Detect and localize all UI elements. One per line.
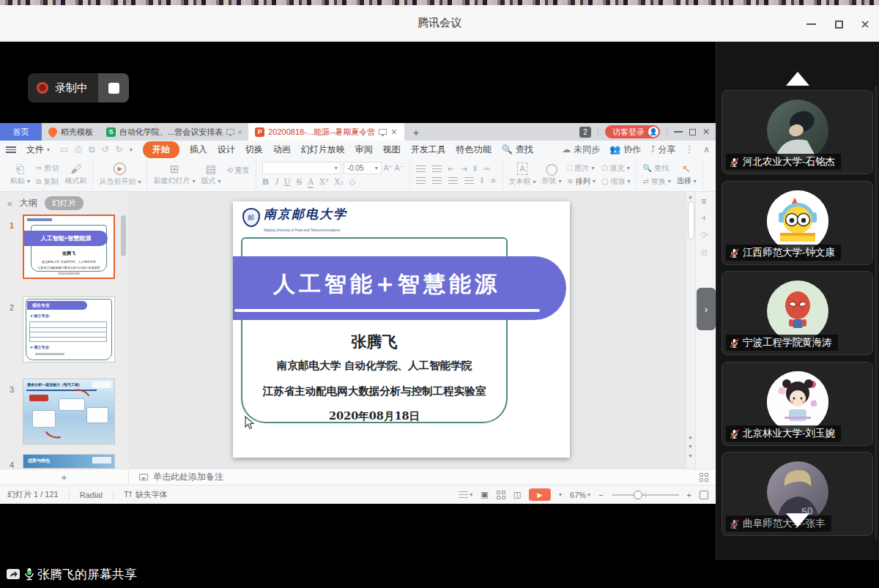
- notes-input[interactable]: 单击此处添加备注: [129, 471, 223, 483]
- format-painter-button[interactable]: 🖌格式刷: [64, 163, 86, 186]
- zoom-level[interactable]: 67%▾: [570, 491, 590, 499]
- maximize-button[interactable]: [828, 17, 850, 31]
- bold-button[interactable]: B: [262, 177, 269, 188]
- collapse-panel-icon[interactable]: «: [7, 198, 12, 209]
- file-menu[interactable]: 文件▾: [26, 144, 50, 156]
- ribbon-tab-start[interactable]: 开始: [143, 141, 179, 158]
- align-right-icon[interactable]: [448, 177, 458, 184]
- save-icon[interactable]: ▭: [60, 144, 68, 155]
- bullet-list-icon[interactable]: [416, 165, 426, 172]
- expand-drawer-button[interactable]: ›: [697, 288, 716, 330]
- normal-view-icon[interactable]: ▣: [481, 490, 488, 499]
- play-from-current-button[interactable]: ▶从当前开始▾: [99, 163, 141, 187]
- ribbon-tab-review[interactable]: 审阅: [355, 144, 373, 156]
- notes-toggle-icon[interactable]: ▾: [459, 491, 472, 498]
- ribbon-tab-view[interactable]: 视图: [383, 144, 401, 156]
- collaborate-button[interactable]: 👥协作: [609, 144, 641, 156]
- shrink-font-button[interactable]: A⁻: [395, 164, 404, 172]
- collapse-ribbon-icon[interactable]: ∧: [703, 144, 710, 155]
- find-menu[interactable]: 🔍查找: [502, 144, 533, 156]
- more-menu-icon[interactable]: ⋮: [685, 144, 694, 155]
- participants-scrollbar[interactable]: [875, 86, 878, 540]
- next-slide-icon[interactable]: ▼: [688, 444, 693, 449]
- play-options-icon[interactable]: ▾: [559, 491, 562, 498]
- font-spacing-combo[interactable]: -0.05▾: [344, 162, 382, 174]
- subscript-button[interactable]: X₂: [335, 177, 344, 188]
- scroll-down-icon[interactable]: ▼: [688, 453, 693, 458]
- select-button[interactable]: ↖选择▾: [677, 163, 697, 186]
- tab-close-icon[interactable]: ✕: [390, 127, 397, 137]
- font-family-combo[interactable]: ▾: [262, 162, 341, 174]
- participant-tile[interactable]: 宁波工程学院黄海涛: [722, 271, 873, 355]
- print-icon[interactable]: ⎙: [75, 144, 82, 155]
- justify-icon[interactable]: [464, 177, 474, 184]
- font-color-button[interactable]: A: [308, 177, 314, 188]
- reading-view-icon[interactable]: ◫: [513, 490, 521, 499]
- participants-scroll-down-arrow[interactable]: [786, 513, 809, 527]
- scrollbar-thumb[interactable]: [688, 201, 694, 239]
- zoom-slider[interactable]: [612, 491, 679, 499]
- wps-minimize-button[interactable]: [674, 131, 683, 133]
- columns-icon[interactable]: ⦀: [481, 176, 483, 185]
- stop-recording-button[interactable]: [98, 73, 129, 103]
- missing-font-warning[interactable]: T⭡ 缺失字体: [124, 489, 168, 500]
- copy-button[interactable]: ⧉复制: [36, 176, 59, 187]
- participant-tile[interactable]: 北京林业大学-刘玉婉: [722, 362, 873, 446]
- align-center-icon[interactable]: [432, 177, 442, 184]
- arrange-button[interactable]: ≋排列▾: [568, 176, 596, 187]
- align-left-icon[interactable]: [416, 177, 426, 184]
- ribbon-tab-design[interactable]: 设计: [218, 144, 235, 156]
- shape-button[interactable]: ◯形状▾: [542, 163, 562, 186]
- redo-icon[interactable]: ↻: [116, 144, 123, 155]
- guest-login-button[interactable]: 访客登录 👤: [605, 125, 660, 138]
- text-direction-icon[interactable]: ⫴: [474, 165, 477, 174]
- minimize-button[interactable]: [800, 17, 822, 31]
- undo-icon[interactable]: ↺: [102, 144, 109, 155]
- wps-close-button[interactable]: ✕: [702, 127, 710, 137]
- replace-button[interactable]: ⇄替换▾: [642, 176, 670, 187]
- sync-status[interactable]: ☁未同步: [562, 144, 600, 156]
- scroll-up-icon[interactable]: ▲: [688, 194, 693, 199]
- slide-sorter-icon[interactable]: [497, 491, 505, 499]
- fill-button[interactable]: ⬠填充▾: [601, 163, 630, 174]
- participants-scroll-up-arrow[interactable]: [786, 72, 809, 86]
- panes-grid-icon[interactable]: [700, 473, 716, 482]
- ribbon-tab-insert[interactable]: 插入: [190, 144, 207, 156]
- panel-scrollbar[interactable]: [121, 215, 126, 457]
- tab-presentation-active[interactable]: P 20200818-...能源--暑期夏令营 ✕: [248, 123, 404, 141]
- slideshow-play-button[interactable]: ▶: [529, 488, 551, 501]
- tab-outline[interactable]: 大纲: [20, 197, 37, 209]
- slide-thumbnail-2[interactable]: 招生专业 ➤ 硕士专业: ➤ 博士专业:: [23, 297, 115, 362]
- reset-button[interactable]: ⟲重置: [226, 165, 249, 176]
- close-button[interactable]: ✕: [854, 17, 876, 31]
- tab-spreadsheet[interactable]: S 自动化学院、...营会议安排表: [100, 123, 248, 141]
- theme-name[interactable]: Radial: [80, 491, 103, 499]
- indent-icon[interactable]: ⇥: [461, 165, 467, 173]
- zoom-out-icon[interactable]: −: [598, 491, 603, 499]
- slide-thumbnail-1[interactable]: 人工智能+智慧能源 张腾飞 南京邮电大学 自动化学院、人工智能学院 江苏省主动配…: [23, 215, 115, 279]
- find-button[interactable]: 🔍查找: [642, 163, 670, 174]
- ribbon-tab-slideshow[interactable]: 幻灯片放映: [301, 144, 345, 156]
- ribbon-tab-animation[interactable]: 动画: [273, 144, 291, 156]
- selection-pane-icon[interactable]: ⧉: [701, 248, 708, 258]
- add-slide-button[interactable]: +: [0, 469, 129, 485]
- picture-button[interactable]: ⛶图片▾: [568, 163, 596, 174]
- italic-button[interactable]: I: [275, 177, 278, 188]
- zoom-slider-knob[interactable]: [634, 491, 642, 499]
- textbox-button[interactable]: A文本框▾: [509, 163, 536, 187]
- new-tab-button[interactable]: +: [404, 123, 429, 141]
- properties-icon[interactable]: ≡: [701, 196, 706, 206]
- tab-docer[interactable]: 稻壳模板: [42, 123, 100, 141]
- cut-button[interactable]: ✂剪切: [36, 163, 59, 174]
- ribbon-tab-transition[interactable]: 切换: [245, 144, 263, 156]
- hamburger-menu-icon[interactable]: [6, 146, 16, 153]
- ribbon-tab-devtools[interactable]: 开发工具: [411, 144, 446, 156]
- current-slide[interactable]: 邮 南京邮电大学 Nanjing University of Posts and…: [233, 201, 570, 458]
- outdent-icon[interactable]: ⇤: [448, 165, 454, 173]
- grow-font-button[interactable]: A⁺: [384, 164, 393, 172]
- tab-slides[interactable]: 幻灯片: [45, 196, 84, 210]
- slide-thumbnail-4[interactable]: 优势与特色: [23, 454, 115, 469]
- chevron-down-icon[interactable]: ▾: [130, 146, 133, 153]
- zoom-slides-button[interactable]: ▢缩放▾: [601, 176, 630, 187]
- share-button[interactable]: ⤴分享: [650, 144, 675, 156]
